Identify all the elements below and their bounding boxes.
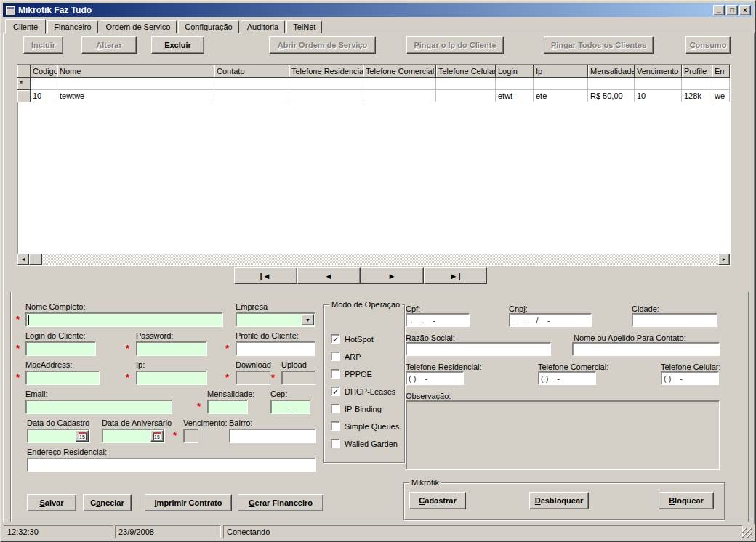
nav-first-button[interactable]: |◄ [234, 267, 297, 284]
grid-horizontal-scrollbar[interactable]: ◄ ► [17, 254, 730, 265]
col-tel-residencial[interactable]: Telefone Residencial [289, 65, 363, 78]
checkbox-hotspot[interactable]: ✓ HotSpot [331, 334, 374, 344]
checkbox-walled-garden[interactable]: Walled Garden [331, 439, 398, 448]
scrollbar-thumb[interactable] [29, 254, 42, 265]
chevron-down-icon: ▼ [305, 317, 310, 323]
empresa-select[interactable]: POINT-NET ▼ [236, 312, 315, 327]
bloquear-label: Bloquear [669, 496, 704, 505]
col-login[interactable]: Login [496, 65, 534, 78]
incluir-button[interactable]: Incluir [23, 36, 63, 54]
password-input[interactable] [136, 341, 207, 356]
clients-grid[interactable]: Codigo Nome Contato Telefone Residencial… [17, 64, 731, 266]
gerar-financeiro-button[interactable]: Gerar Financeiro [238, 494, 323, 511]
email-input[interactable] [25, 400, 172, 414]
nome-completo-label: Nome Completo: [25, 302, 86, 311]
col-vencimento[interactable]: Vencimento [635, 65, 682, 78]
col-contato[interactable]: Contato [214, 65, 289, 78]
date-picker-button[interactable]: 15 [150, 430, 164, 442]
data-aniversario-input[interactable]: 23/09/2008 15 [102, 429, 165, 443]
login-label: Login do Cliente: [25, 331, 86, 340]
upload-input[interactable] [281, 371, 315, 385]
checkbox-label: PPPOE [345, 370, 372, 379]
col-endereco-cut[interactable]: En [712, 65, 730, 78]
col-nome[interactable]: Nome [57, 65, 214, 78]
desbloquear-button[interactable]: Desbloquear [529, 492, 589, 509]
excluir-button[interactable]: Excluir [151, 36, 204, 54]
nav-next-button[interactable]: ► [361, 267, 424, 284]
col-profile[interactable]: Profile [682, 65, 712, 78]
checkbox-dhcp-leases[interactable]: ✓ DHCP-Leases [331, 387, 395, 396]
col-ip[interactable]: Ip [534, 65, 588, 78]
profile-cliente-input[interactable] [236, 341, 315, 356]
grid-new-row[interactable]: * [17, 78, 730, 90]
col-codigo[interactable]: Codigo [31, 65, 57, 78]
maximize-button[interactable]: □ [726, 5, 738, 15]
checkbox-pppoe[interactable]: PPPOE [331, 369, 372, 379]
salvar-button[interactable]: Salvar [27, 494, 76, 511]
nav-last-button[interactable]: ►| [424, 267, 487, 284]
checkbox-simple-queues[interactable]: Simple Queues [331, 421, 399, 431]
macaddress-input[interactable] [25, 371, 100, 385]
cadastrar-button[interactable]: Cadastrar [409, 492, 466, 509]
col-tel-celular[interactable]: Telefone Celular [436, 65, 496, 78]
date-picker-button[interactable]: 15 [76, 430, 89, 442]
mensalidade-input[interactable] [207, 400, 248, 414]
tab-configuracao[interactable]: Configuração [178, 20, 238, 33]
alterar-label: Alterar [96, 41, 121, 49]
tab-auditoria[interactable]: Auditoria [241, 20, 285, 33]
minimize-button[interactable]: _ [713, 5, 725, 15]
prev-record-icon: ◄ [325, 272, 334, 280]
scrollbar-track[interactable] [42, 254, 718, 265]
cpf-input[interactable]: . . - [406, 313, 470, 327]
abrir-ordem-servico-button[interactable]: Abrir Ordem de Serviço [269, 36, 376, 54]
apelido-input[interactable] [572, 342, 720, 356]
close-button[interactable]: × [739, 5, 751, 15]
bloquear-button[interactable]: Bloquear [659, 492, 714, 509]
text-caret [28, 315, 29, 325]
scroll-right-button[interactable]: ► [718, 254, 730, 265]
checkbox-ip-binding[interactable]: IP-Binding [331, 404, 382, 413]
grid-data-row[interactable]: 10 tewtwe etwt ete R$ 50,00 10 128k we [17, 90, 730, 102]
bairro-input[interactable] [229, 429, 316, 443]
cell-endereco-cut: we [712, 90, 730, 102]
resize-grip[interactable] [742, 528, 752, 538]
pingar-todos-clientes-button[interactable]: Pingar Todos os Clientes [544, 36, 654, 54]
cell-nome: tewtwe [57, 90, 214, 102]
tab-telnet[interactable]: TelNet [286, 20, 322, 33]
consumo-button[interactable]: Consumo [685, 36, 731, 54]
new-row-marker: * [17, 78, 31, 90]
endereco-input[interactable] [27, 458, 316, 472]
ip-input[interactable] [136, 371, 207, 385]
data-cadastro-input[interactable]: 23/09/2008 15 [27, 429, 90, 443]
login-input[interactable] [25, 341, 96, 356]
dropdown-button[interactable]: ▼ [302, 314, 314, 325]
cell-tel-celular [436, 90, 496, 102]
tab-cliente[interactable]: Cliente [5, 19, 46, 34]
cep-label: Cep: [270, 389, 287, 398]
alterar-button[interactable]: Alterar [81, 36, 137, 54]
cancelar-label: Cancelar [90, 498, 124, 507]
tel-residencial-input[interactable]: ( ) - [406, 371, 464, 385]
tab-ordem-de-servico[interactable]: Ordem de Servico [100, 20, 177, 33]
cep-input[interactable]: - [270, 400, 310, 414]
observacao-textarea[interactable] [406, 400, 720, 470]
cidade-input[interactable] [632, 313, 717, 327]
checkbox-arp[interactable]: ARP [331, 352, 361, 361]
pingar-ip-cliente-button[interactable]: Pingar o Ip do Cliente [406, 36, 504, 54]
download-input[interactable] [236, 371, 270, 385]
scroll-left-button[interactable]: ◄ [17, 254, 29, 265]
vencimento-input[interactable] [183, 429, 198, 443]
nome-completo-input[interactable] [25, 312, 223, 327]
nav-prev-button[interactable]: ◄ [297, 267, 361, 284]
status-date: 23/9/2008 [115, 525, 221, 538]
cancelar-button[interactable]: Cancelar [83, 494, 132, 511]
razao-social-input[interactable] [406, 342, 551, 356]
tel-celular-input[interactable]: ( ) - [661, 371, 719, 385]
imprimir-contrato-button[interactable]: Imprimir Contrato [145, 494, 232, 511]
col-tel-comercial[interactable]: Telefone Comercial [363, 65, 436, 78]
tel-comercial-input[interactable]: ( ) - [538, 371, 596, 385]
cell-login: etwt [496, 90, 534, 102]
cnpj-input[interactable]: . . / - [509, 313, 592, 327]
col-mensalidade[interactable]: Mensalidade [588, 65, 635, 78]
tab-financeiro[interactable]: Financeiro [47, 20, 97, 33]
